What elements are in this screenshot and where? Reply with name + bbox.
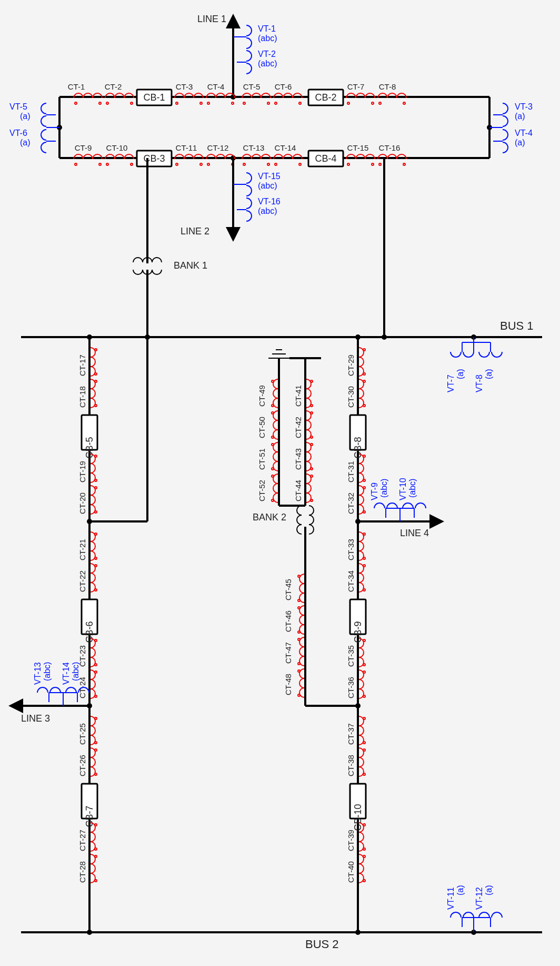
cb1-label: CB-1 [143,92,165,103]
ct14: CT-14 [275,143,296,152]
label-line1: LINE 1 [197,14,226,24]
ct48: CT-48 [284,674,293,695]
ct19: CT-19 [78,461,87,482]
ct26: CT-26 [78,755,87,776]
ct7: CT-7 [347,82,365,91]
label-bus1: BUS 1 [500,319,534,332]
ct35: CT-35 [346,645,355,667]
ct31: CT-31 [346,461,355,482]
ct6: CT-6 [275,82,292,91]
ct10: CT-10 [106,143,128,152]
label-line4: LINE 4 [400,528,429,538]
ct32: CT-32 [346,492,355,514]
ct1: CT-1 [68,82,85,91]
vt11-phase: (a) [456,885,465,895]
ct12: CT-12 [207,143,229,152]
ct38: CT-38 [346,755,355,776]
ct41: CT-41 [294,385,303,407]
vt2-phase: (abc) [258,59,277,68]
ct46: CT-46 [284,610,293,632]
vt12-phase: (a) [484,885,493,895]
ct17: CT-17 [78,354,87,376]
vt13-phase: (abc) [43,662,52,681]
vt4-name: VT-4 [515,129,533,137]
vt3-name: VT-3 [515,102,533,111]
vt9-name: VT-9 [370,482,379,500]
ct9: CT-9 [75,143,92,152]
ct25: CT-25 [78,723,87,745]
ct21: CT-21 [78,539,87,560]
vt5-phase: (a) [20,112,31,121]
vt12-name: VT-12 [475,887,484,910]
label-bank2: BANK 2 [253,512,286,523]
ct33: CT-33 [346,539,355,560]
vt6-name: VT-6 [9,129,27,137]
vt10-phase: (abc) [408,479,417,498]
ct51: CT-51 [257,448,266,470]
svg-point-66 [355,930,361,935]
ct8: CT-8 [379,82,396,91]
vt6-phase: (a) [20,138,31,147]
label-line2: LINE 2 [181,226,209,236]
vt14-phase: (abc) [71,662,80,681]
vt14-name: VT-14 [62,662,71,685]
ct30: CT-30 [346,386,355,408]
ct39: CT-39 [346,830,355,851]
vt1-name: VT-1 [258,24,276,33]
vt3-phase: (a) [515,112,525,121]
vt8-name: VT-8 [475,374,484,392]
vt16-name: VT-16 [258,197,281,206]
vt16-phase: (abc) [258,206,277,215]
ct50: CT-50 [257,417,266,438]
ct28: CT-28 [78,861,87,883]
cb10-label: CB-10 [353,804,363,831]
ct47: CT-47 [284,642,293,664]
vt13-name: VT-13 [33,662,42,685]
vt2-name: VT-2 [258,50,276,58]
vt7-name: VT-7 [446,374,455,392]
ct2: CT-2 [105,82,122,91]
vt8-phase: (a) [484,369,493,379]
label-line3: LINE 3 [21,713,50,724]
ct15: CT-15 [347,143,369,152]
ct22: CT-22 [78,570,87,592]
ct13: CT-13 [243,143,265,152]
ct27: CT-27 [78,830,87,851]
ct11: CT-11 [176,143,197,152]
label-bus2: BUS 2 [305,938,339,951]
ct45: CT-45 [284,579,293,600]
ct20: CT-20 [78,492,87,514]
cb2-label: CB-2 [315,92,336,103]
vt11-name: VT-11 [446,887,455,910]
ct3: CT-3 [176,82,193,91]
vt15-name: VT-15 [258,172,281,181]
ct42: CT-42 [294,417,303,438]
ct36: CT-36 [346,677,355,698]
ct40: CT-40 [346,861,355,883]
vt4-phase: (a) [515,138,525,147]
vt7-phase: (a) [456,369,465,379]
ct44: CT-44 [294,480,303,501]
vt15-phase: (abc) [258,181,277,190]
vt10-name: VT-10 [398,478,407,500]
vt9-phase: (abc) [379,479,388,498]
ct18: CT-18 [78,386,87,408]
single-line-diagram: LINE 1 VT-1 (abc) VT-2 (abc) CT-1 CT-2 C… [0,0,560,966]
cb4-label: CB-4 [315,153,336,164]
ct37: CT-37 [346,723,355,745]
svg-point-37 [382,334,387,340]
svg-point-65 [87,930,92,935]
ct52: CT-52 [257,480,266,501]
ct5: CT-5 [243,82,261,91]
ct49: CT-49 [257,385,266,407]
ct43: CT-43 [294,448,303,470]
ct4: CT-4 [207,82,225,91]
vt1-phase: (abc) [258,34,277,43]
ct16: CT-16 [379,143,401,152]
vt5-name: VT-5 [9,102,27,111]
ct29: CT-29 [346,354,355,376]
label-bank1: BANK 1 [174,260,207,271]
ct34: CT-34 [346,570,355,592]
